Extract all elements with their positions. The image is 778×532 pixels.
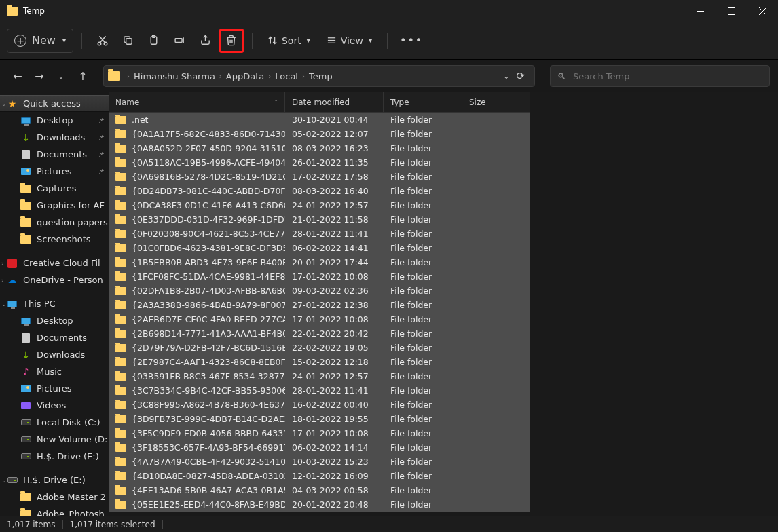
- rename-button[interactable]: [168, 28, 192, 53]
- file-type: File folder: [384, 414, 462, 424]
- sidebar-item-label: Creative Cloud Fil: [23, 258, 100, 268]
- chevron-down-icon[interactable]: ⌄: [1, 301, 7, 307]
- table-row[interactable]: {4EE13AD6-5B0B-46A7-ACA3-0B1A55237... 04…: [109, 483, 530, 497]
- table-row[interactable]: {2E7987C4-AAF1-4323-86C8-8EB0F92F23... 1…: [109, 355, 530, 369]
- chevron-right-icon[interactable]: ›: [1, 260, 4, 267]
- sidebar-item[interactable]: › ☁ OneDrive - Person: [0, 271, 109, 288]
- sidebar-item[interactable]: Adobe Master 2: [0, 489, 109, 506]
- sort-label: Sort: [282, 35, 301, 46]
- file-rows[interactable]: .net 30-10-2021 00:44 File folder {0A1A1…: [109, 113, 530, 516]
- column-header-name[interactable]: Name˄: [109, 92, 285, 112]
- paste-button[interactable]: [142, 28, 166, 53]
- sidebar-item[interactable]: Graphics for AF: [0, 197, 109, 214]
- sidebar-item[interactable]: Videos: [0, 397, 109, 414]
- table-row[interactable]: {0A5118AC-19B5-4996-ACFE-4940439D9... 26…: [109, 155, 530, 170]
- chevron-down-icon[interactable]: ⌄: [1, 477, 7, 484]
- table-row[interactable]: {2B698D14-7771-41A3-AAA1-BF4B08CA0... 22…: [109, 326, 530, 341]
- chevron-right-icon[interactable]: ›: [219, 73, 222, 80]
- folder-icon: [115, 116, 126, 124]
- close-button[interactable]: [747, 0, 778, 22]
- column-header-date[interactable]: Date modified: [285, 92, 384, 112]
- search-box[interactable]: 🔍︎: [550, 65, 770, 87]
- delete-button[interactable]: [219, 28, 244, 53]
- sidebar-item[interactable]: H.$. Drive (E:): [0, 448, 109, 465]
- table-row[interactable]: {3D9FB73E-999C-4DB7-B14C-D2AE3FC7A... 18…: [109, 412, 530, 426]
- table-row[interactable]: {4D10DA8E-0827-45D8-ADEA-03102DC2... 12-…: [109, 469, 530, 483]
- breadcrumb[interactable]: › Himanshu Sharma › AppData › Local › Te…: [103, 65, 535, 87]
- table-row[interactable]: {0A1A17F5-682C-4833-86D0-71430E31EF... 0…: [109, 127, 530, 141]
- chevron-right-icon[interactable]: ›: [302, 73, 305, 80]
- column-header-size[interactable]: Size: [462, 92, 517, 112]
- breadcrumb-segment[interactable]: Local: [275, 71, 298, 81]
- table-row[interactable]: {3C88F995-A862-4B78-B360-4E6374D143... 1…: [109, 398, 530, 412]
- sidebar-quick-access[interactable]: ⌄ ★ Quick access: [0, 95, 109, 112]
- share-button[interactable]: [193, 28, 218, 53]
- back-button[interactable]: ←: [8, 66, 27, 86]
- copy-button[interactable]: [116, 28, 141, 53]
- sidebar-item[interactable]: Desktop: [0, 312, 109, 329]
- chevron-down-icon[interactable]: ⌄: [1, 100, 7, 107]
- refresh-button[interactable]: ⟳: [516, 70, 525, 82]
- table-row[interactable]: {01C0FBD6-4623-4381-9E8C-DF3D5ABF8... 06…: [109, 241, 530, 255]
- table-row[interactable]: .net 30-10-2021 00:44 File folder: [109, 113, 530, 127]
- sidebar-item[interactable]: Pictures 📌︎: [0, 163, 109, 180]
- table-row[interactable]: {4A7B7A49-0CBE-4F42-9032-5141008D4D... 1…: [109, 455, 530, 469]
- table-row[interactable]: {2A3A338B-9866-4BAB-9A79-8F007CBD8... 27…: [109, 298, 530, 312]
- table-row[interactable]: {05EE1E25-EED4-44C0-8FAB-E49BD39420... 2…: [109, 497, 530, 512]
- table-row[interactable]: {2AEB6D7E-CF0C-4FA0-BEED-277CAC5E3... 17…: [109, 312, 530, 326]
- table-row[interactable]: {0DCA38F3-0D1C-41F6-A413-C6D6CFB4... 24-…: [109, 198, 530, 212]
- recent-locations-button[interactable]: ⌄: [52, 66, 71, 86]
- table-row[interactable]: {3F18553C-657F-4A93-BF54-66991780AE6... …: [109, 440, 530, 455]
- table-row[interactable]: {0E337DDD-031D-4F32-969F-1DFD189964... 2…: [109, 212, 530, 227]
- table-row[interactable]: {1FCF08FC-51DA-4CAE-9981-44EF8DCA5... 17…: [109, 269, 530, 284]
- table-row[interactable]: {02DFA1B8-2B07-4D03-AFBB-8A6BC7C0... 09-…: [109, 284, 530, 298]
- sidebar[interactable]: ⌄ ★ Quick access Desktop 📌︎ ↓ Downloads …: [0, 92, 109, 516]
- maximize-button[interactable]: [716, 0, 747, 22]
- cut-button[interactable]: [90, 28, 115, 53]
- sidebar-item-label: Downloads: [37, 132, 85, 142]
- sidebar-item[interactable]: Adobe_Photosh: [0, 506, 109, 516]
- sidebar-item[interactable]: Screenshots: [0, 231, 109, 248]
- table-row[interactable]: {0A8A052D-2F07-450D-9204-31510C4DA... 08…: [109, 141, 530, 155]
- sidebar-item[interactable]: Documents 📌︎: [0, 146, 109, 163]
- file-name: {4EE13AD6-5B0B-46A7-ACA3-0B1A55237...: [132, 485, 285, 495]
- table-row[interactable]: {03B591FB-B8C3-467F-8534-328774E9BD... 2…: [109, 369, 530, 383]
- sidebar-item[interactable]: question papers: [0, 214, 109, 231]
- table-row[interactable]: {0F020308-90C4-4621-8C53-4CE7775A6A... 2…: [109, 227, 530, 241]
- chevron-right-icon[interactable]: ›: [268, 73, 271, 80]
- breadcrumb-segment[interactable]: AppData: [226, 71, 264, 81]
- table-row[interactable]: {0A69816B-5278-4D2C-8519-4D21C5646B... 1…: [109, 170, 530, 184]
- breadcrumb-segment[interactable]: Himanshu Sharma: [134, 71, 215, 81]
- search-input[interactable]: [573, 71, 762, 81]
- chevron-down-icon[interactable]: ⌄: [503, 72, 509, 81]
- column-header-type[interactable]: Type: [384, 92, 462, 112]
- sidebar-item[interactable]: Desktop 📌︎: [0, 112, 109, 129]
- sort-button[interactable]: Sort ▾: [261, 28, 317, 53]
- sidebar-item[interactable]: Documents: [0, 329, 109, 346]
- sidebar-item[interactable]: Pictures: [0, 380, 109, 397]
- sidebar-item[interactable]: ♪ Music: [0, 363, 109, 380]
- table-row[interactable]: {0D24DB73-081C-440C-ABBD-D70FC2371... 08…: [109, 184, 530, 198]
- table-row[interactable]: {2D79F79A-D2FB-42F7-BC6D-1516B6710... 22…: [109, 341, 530, 355]
- view-button[interactable]: View ▾: [320, 28, 379, 53]
- table-row[interactable]: {1B5EBB0B-ABD3-4E73-9E6E-B400B45B1... 20…: [109, 255, 530, 269]
- forward-button[interactable]: →: [30, 66, 49, 86]
- sidebar-item[interactable]: ↓ Downloads 📌︎: [0, 129, 109, 146]
- table-row[interactable]: {3C7B334C-9B4C-42CF-BB55-93006E3E9... 28…: [109, 383, 530, 398]
- new-button[interactable]: + New ▾: [7, 28, 73, 53]
- chevron-right-icon[interactable]: ›: [127, 73, 130, 80]
- sidebar-item[interactable]: › Creative Cloud Fil: [0, 254, 109, 271]
- file-type: File folder: [384, 129, 462, 139]
- sidebar-ext-drive[interactable]: ⌄ H.$. Drive (E:): [0, 472, 109, 489]
- breadcrumb-segment[interactable]: Temp: [309, 71, 333, 81]
- sidebar-item[interactable]: New Volume (D:: [0, 431, 109, 448]
- minimize-button[interactable]: [684, 0, 716, 22]
- more-button[interactable]: •••: [396, 28, 427, 53]
- sidebar-item[interactable]: ↓ Downloads: [0, 346, 109, 363]
- sidebar-item[interactable]: Local Disk (C:): [0, 414, 109, 431]
- sidebar-this-pc[interactable]: ⌄ This PC: [0, 295, 109, 312]
- up-button[interactable]: ↑: [73, 66, 92, 86]
- sidebar-item[interactable]: Captures: [0, 180, 109, 197]
- table-row[interactable]: {3F5C9DF9-ED0B-4056-BBBD-64331725E3... 1…: [109, 426, 530, 440]
- chevron-right-icon[interactable]: ›: [1, 277, 4, 284]
